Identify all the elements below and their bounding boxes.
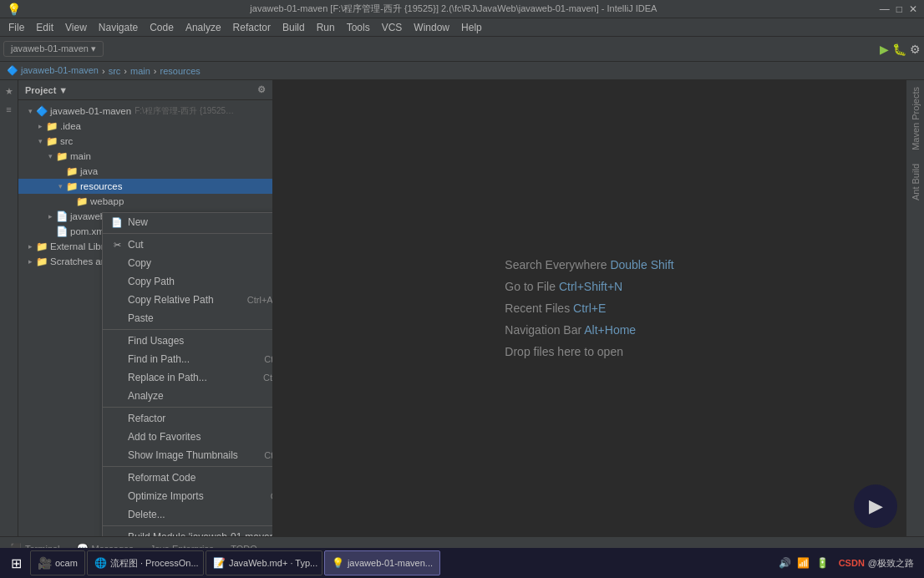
breadcrumb: 🔷 javaweb-01-maven › src › main › resour… — [0, 62, 924, 80]
menu-edit[interactable]: Edit — [31, 20, 58, 35]
menu-navigate[interactable]: Navigate — [94, 20, 143, 35]
project-selector[interactable]: javaweb-01-maven ▾ — [3, 41, 104, 57]
ctx-find-usages[interactable]: Find Usages — [103, 332, 273, 350]
ctx-refactor-label: Refactor — [128, 413, 273, 424]
ant-build-tab[interactable]: Ant Build — [907, 157, 924, 207]
run-button[interactable]: ▶ — [880, 43, 889, 56]
ctx-add-favorites-label: Add to Favorites — [128, 431, 273, 443]
ctx-sep2 — [103, 329, 273, 330]
taskbar-processon[interactable]: 🌐 流程图 · ProcessOn... — [87, 550, 204, 575]
folder-resources-icon: 📁 — [65, 180, 79, 192]
breadcrumb-resources[interactable]: resources — [160, 66, 201, 76]
close-button[interactable]: ✕ — [909, 3, 917, 15]
menu-code[interactable]: Code — [145, 20, 179, 35]
panel-header[interactable]: Project ▼ ⚙ — [18, 80, 272, 100]
breadcrumb-main[interactable]: main — [130, 66, 150, 76]
expand-src[interactable]: ▾ — [35, 137, 45, 145]
ctx-copy-relative-shortcut: Ctrl+Alt+Shift+C — [247, 295, 273, 305]
expand-resources[interactable]: ▾ — [55, 182, 65, 190]
expand-external[interactable]: ▸ — [25, 242, 35, 251]
menu-vcs[interactable]: VCS — [377, 20, 408, 35]
ctx-copy-relative[interactable]: Copy Relative Path Ctrl+Alt+Shift+C — [103, 291, 273, 309]
ctx-sep4 — [103, 466, 273, 467]
gear-icon[interactable]: ⚙ — [257, 84, 266, 95]
tree-src[interactable]: ▾ 📁 src — [18, 134, 272, 149]
tree-expand-root[interactable]: ▾ — [25, 107, 35, 115]
ctx-copy-path[interactable]: Copy Path — [103, 272, 273, 291]
menu-build[interactable]: Build — [277, 20, 310, 35]
ctx-analyze[interactable]: Analyze ▶ — [103, 387, 273, 405]
start-button[interactable]: ⊞ — [3, 550, 28, 575]
taskbar-ocam[interactable]: 🎥 ocam — [30, 550, 85, 575]
ctx-copy[interactable]: Copy Ctrl+C — [103, 254, 273, 272]
intellij-icon: 💡 — [332, 557, 344, 569]
hint-drop-files: Drop files here to open — [505, 345, 623, 358]
module-icon: 🔷 — [35, 105, 48, 117]
tree-java[interactable]: 📁 java — [18, 164, 272, 179]
window-controls[interactable]: — □ ✕ — [880, 3, 917, 15]
ocam-label: ocam — [55, 558, 78, 568]
ctx-copy-relative-label: Copy Relative Path — [128, 294, 241, 306]
menu-refactor[interactable]: Refactor — [228, 20, 276, 35]
minimize-button[interactable]: — — [880, 3, 890, 15]
tree-root[interactable]: ▾ 🔷 javaweb-01-maven F:\程序管理-西升 {19525} … — [18, 104, 272, 119]
debug-button[interactable]: 🐛 — [892, 43, 906, 56]
breadcrumb-src[interactable]: src — [109, 66, 121, 76]
ctx-new-label: New — [128, 216, 273, 228]
ctx-reformat[interactable]: Reformat Code Ctrl+Alt+L — [103, 469, 273, 487]
ctx-build-module[interactable]: Build Module 'javaweb-01-maven' — [103, 528, 273, 536]
favorites-icon[interactable]: ★ — [2, 84, 17, 99]
panel-title: Project ▼ — [25, 85, 68, 95]
maximize-button[interactable]: □ — [896, 3, 902, 15]
maven-projects-tab[interactable]: Maven Projects — [907, 80, 924, 157]
ctx-reformat-label: Reformat Code — [128, 472, 266, 484]
menu-analyze[interactable]: Analyze — [180, 20, 226, 35]
folder-src-icon: 📁 — [45, 135, 58, 147]
expand-scratches[interactable]: ▸ — [25, 257, 35, 266]
ctx-replace-in-path-label: Replace in Path... — [128, 372, 256, 383]
ctx-delete[interactable]: Delete... Delete — [103, 505, 273, 524]
tree-webapp[interactable]: 📁 webapp — [18, 194, 272, 209]
ctx-replace-in-path[interactable]: Replace in Path... Ctrl+Shift+R — [103, 368, 273, 387]
tree-main[interactable]: ▾ 📁 main — [18, 149, 272, 164]
ctx-sep1 — [103, 233, 273, 234]
hint-key-goto: Ctrl+Shift+N — [559, 280, 622, 293]
ctx-refactor[interactable]: Refactor ▶ — [103, 409, 273, 428]
system-tray: 🔊 📶 🔋 — [779, 557, 830, 569]
hint-nav-bar: Navigation Bar Alt+Home — [505, 323, 636, 337]
structure-icon[interactable]: ≡ — [2, 102, 17, 117]
ctx-show-image[interactable]: Show Image Thumbnails Ctrl+Shift+T — [103, 446, 273, 464]
ctx-build-module-label: Build Module 'javaweb-01-maven' — [128, 531, 273, 536]
ctx-sep3 — [103, 407, 273, 408]
menu-help[interactable]: Help — [456, 20, 487, 35]
menu-bar: File Edit View Navigate Code Analyze Ref… — [0, 18, 924, 37]
settings-button[interactable]: ⚙ — [910, 43, 921, 56]
ctx-find-in-path[interactable]: Find in Path... Ctrl+Shift+F — [103, 350, 273, 368]
title-text: javaweb-01-maven [F:\程序管理-西升 {19525}] 2.… — [28, 3, 880, 15]
ctx-cut[interactable]: ✂ Cut Ctrl+X — [103, 236, 273, 254]
menu-tools[interactable]: Tools — [342, 20, 375, 35]
typora-icon: 📝 — [213, 557, 226, 569]
expand-javaweb-module[interactable]: ▸ — [45, 212, 55, 221]
ctx-optimize-label: Optimize Imports — [128, 490, 264, 502]
menu-window[interactable]: Window — [409, 20, 454, 35]
menu-view[interactable]: View — [60, 20, 92, 35]
expand-main[interactable]: ▾ — [45, 152, 55, 160]
taskbar-typora[interactable]: 📝 JavaWeb.md+ · Typ... — [206, 550, 322, 575]
folder-webapp-icon: 📁 — [75, 195, 89, 207]
taskbar-intellij[interactable]: 💡 javaweb-01-maven... — [324, 550, 440, 575]
ctx-paste[interactable]: Paste Ctrl+V — [103, 309, 273, 327]
hint-key-recent: Ctrl+E — [573, 302, 606, 315]
breadcrumb-item[interactable]: 🔷 javaweb-01-maven — [7, 65, 99, 76]
new-icon: 📄 — [109, 217, 124, 228]
tree-idea[interactable]: ▸ 📁 .idea — [18, 119, 272, 134]
file-pom-icon: 📄 — [55, 226, 69, 237]
menu-file[interactable]: File — [3, 20, 29, 35]
ctx-optimize[interactable]: Optimize Imports Ctrl+Alt+O — [103, 487, 273, 505]
menu-run[interactable]: Run — [312, 20, 340, 35]
folder-java-icon: 📁 — [65, 165, 79, 177]
ctx-add-favorites[interactable]: Add to Favorites — [103, 428, 273, 446]
tree-resources[interactable]: ▾ 📁 resources — [18, 179, 272, 194]
expand-idea[interactable]: ▸ — [35, 122, 45, 130]
ctx-new[interactable]: 📄 New ▶ — [103, 213, 273, 231]
